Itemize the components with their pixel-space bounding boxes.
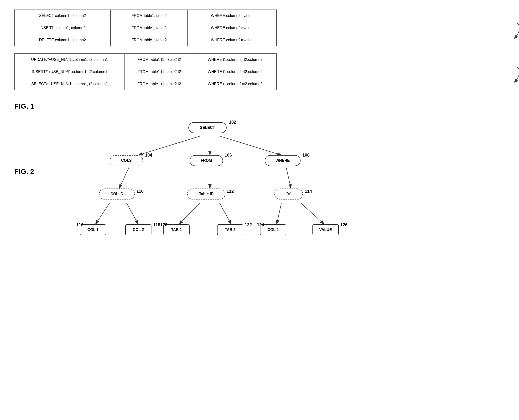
ref-110: 110 [136, 189, 144, 194]
node-col2a: COL 2 [125, 224, 151, 235]
cell: FROM table1 t1, table2 t2 [125, 78, 194, 90]
sql-table-12: SELECT column1, column2 FROM table1, tab… [14, 9, 277, 46]
ref-116: 116 [76, 222, 83, 227]
node-cols: COLS [110, 155, 143, 166]
cell: SELECT/*+USE_NL*/t1.column1, t2.column1 [15, 78, 125, 90]
table-14-wrapper: UPDATE/*+USE_NL*/t1.column1, t2.column1 … [14, 53, 505, 90]
cell: INSERT/*+USE_NL*/t1.column1, t2.column1 [15, 66, 125, 78]
ref-112: 112 [227, 189, 234, 194]
cell: UPDATE/*+USE_NL*/t1.column1, t2.column1 [15, 54, 125, 66]
svg-line-8 [126, 203, 138, 224]
ref-arrow-14 [508, 64, 519, 83]
ref-120: 120 [160, 222, 167, 227]
node-from: FROM [190, 155, 223, 166]
ref-104: 104 [145, 153, 152, 158]
svg-line-1 [138, 136, 200, 155]
svg-line-10 [219, 203, 231, 224]
table-row: INSERT column1, column2 FROM table1, tab… [15, 22, 277, 34]
node-table-id: Table ID [187, 188, 225, 200]
svg-line-7 [95, 203, 110, 224]
ref-118: 118 [153, 222, 160, 227]
cell: FROM table1, table2 [111, 22, 188, 34]
ref-106: 106 [225, 153, 232, 158]
sql-table-14: UPDATE/*+USE_NL*/t1.column1, t2.column1 … [14, 53, 277, 90]
cell: WHERE column2='value' [187, 10, 276, 22]
node-eq: "=" [274, 188, 303, 200]
ref-114: 114 [305, 189, 312, 194]
cell: SELECT column1, column2 [15, 10, 111, 22]
svg-line-3 [219, 136, 282, 155]
ref-108: 108 [303, 153, 310, 158]
ref-126: 126 [340, 222, 348, 227]
ref-102: 102 [229, 120, 236, 125]
ref-124: 124 [257, 222, 264, 227]
table-row: INSERT/*+USE_NL*/t1.column1, t2.column1 … [15, 66, 277, 78]
table-row: SELECT column1, column2 FROM table1, tab… [15, 10, 277, 22]
node-select: SELECT [188, 122, 227, 133]
cell: INSERT column1, column2 [15, 22, 111, 34]
node-value: VALUE [312, 224, 339, 235]
fig1-section: SELECT column1, column2 FROM table1, tab… [14, 9, 505, 113]
cell: FROM table1 t1, table2 t2 [125, 54, 194, 66]
fig2-section: FIG. 2 [14, 120, 505, 287]
table-row: UPDATE/*+USE_NL*/t1.column1, t2.column1 … [15, 54, 277, 66]
ref-arrow-12 [508, 21, 519, 40]
table-12-wrapper: SELECT column1, column2 FROM table1, tab… [14, 9, 505, 46]
svg-line-12 [301, 203, 324, 224]
table-row: DELETE column1, column2 FROM table1, tab… [15, 34, 277, 46]
svg-line-9 [179, 203, 200, 224]
diagram: SELECT 102 COLS 104 FROM 106 WHERE 108 C… [52, 120, 458, 287]
cell: WHERE column2='value' [187, 22, 276, 34]
node-col-id: COL ID [99, 188, 135, 200]
cell: WHERE t1.column2=t2.column2 [194, 78, 276, 90]
fig1-label: FIG. 1 [14, 102, 505, 110]
svg-line-11 [277, 203, 282, 224]
cell: WHERE t1.column2=t2.column2 [194, 66, 276, 78]
diagram-arrows [52, 120, 458, 287]
cell: FROM table1, table2 [111, 10, 188, 22]
cell: FROM table1, table2 [111, 34, 188, 46]
cell: WHERE t1.column2=t2.column2 [194, 54, 276, 66]
svg-line-6 [286, 167, 291, 188]
cell: WHERE column2='value' [187, 34, 276, 46]
table-row: SELECT/*+USE_NL*/t1.column1, t2.column1 … [15, 78, 277, 90]
node-col1: COL 1 [80, 224, 106, 235]
cell: FROM table1 t1, table2 t2 [125, 66, 194, 78]
node-where: WHERE [265, 155, 301, 166]
fig2-label: FIG. 2 [14, 167, 34, 176]
node-tab2: TAB 2 [217, 224, 243, 235]
ref-122: 122 [245, 222, 252, 227]
svg-line-4 [119, 167, 129, 188]
cell: DELETE column1, column2 [15, 34, 111, 46]
